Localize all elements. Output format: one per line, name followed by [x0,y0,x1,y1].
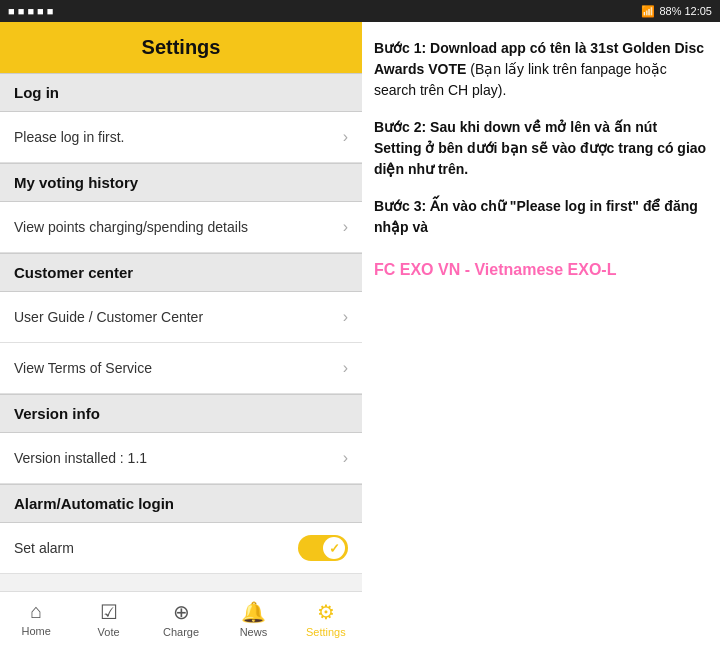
section-customer-center: Customer center [0,253,362,292]
section-alarm: Alarm/Automatic login [0,484,362,523]
chevron-icon: › [343,359,348,377]
section-version: Version info [0,394,362,433]
home-icon: ⌂ [30,600,42,623]
section-voting-history: My voting history [0,163,362,202]
right-panel: Bước 1: Download app có tên là 31st Gold… [362,22,720,645]
toggle-knob: ✓ [323,537,345,559]
menu-item-points[interactable]: View points charging/spending details › [0,202,362,253]
settings-panel: Settings Log in Please log in first. › M… [0,22,362,645]
bottom-nav: ⌂ Home ☑ Vote ⊕ Charge 🔔 News ⚙ Settings [0,591,362,645]
home-label: Home [22,625,51,637]
vote-icon: ☑ [100,600,118,624]
status-bar: ■ ■ ■ ■ ■ 📶 88% 12:05 [0,0,720,22]
nav-item-charge[interactable]: ⊕ Charge [145,592,217,645]
charge-label: Charge [163,626,199,638]
app-icons: ■ ■ ■ ■ ■ [8,5,53,17]
chevron-icon: › [343,128,348,146]
status-left: ■ ■ ■ ■ ■ [8,5,53,17]
menu-item-login[interactable]: Please log in first. › [0,112,362,163]
charge-icon: ⊕ [173,600,190,624]
chevron-icon: › [343,218,348,236]
alarm-toggle[interactable]: ✓ [298,535,348,561]
settings-label: Settings [306,626,346,638]
chevron-icon: › [343,308,348,326]
battery-text: 88% 12:05 [659,5,712,17]
news-icon: 🔔 [241,600,266,624]
step-1-text: Bước 1: Download app có tên là 31st Gold… [374,38,708,101]
nav-item-vote[interactable]: ☑ Vote [72,592,144,645]
section-login: Log in [0,73,362,112]
nav-item-settings[interactable]: ⚙ Settings [290,592,362,645]
settings-header: Settings [0,22,362,73]
watermark: FC EXO VN - Vietnamese EXO-L [374,258,708,282]
menu-item-user-guide[interactable]: User Guide / Customer Center › [0,292,362,343]
settings-icon: ⚙ [317,600,335,624]
nav-item-news[interactable]: 🔔 News [217,592,289,645]
vote-label: Vote [98,626,120,638]
toggle-label-alarm: Set alarm [14,540,74,556]
menu-item-terms[interactable]: View Terms of Service › [0,343,362,394]
news-label: News [240,626,268,638]
menu-item-version[interactable]: Version installed : 1.1 › [0,433,362,484]
nav-item-home[interactable]: ⌂ Home [0,592,72,645]
status-right: 📶 88% 12:05 [641,5,712,18]
chevron-icon: › [343,449,348,467]
settings-content: Log in Please log in first. › My voting … [0,73,362,591]
step-2-text: Bước 2: Sau khi down về mở lên và ấn nút… [374,117,708,180]
step-3-text: Bước 3: Ấn vào chữ "Please log in first"… [374,196,708,238]
toggle-row-alarm: Set alarm ✓ [0,523,362,574]
signal-icon: 📶 [641,5,655,18]
check-icon: ✓ [329,541,340,556]
